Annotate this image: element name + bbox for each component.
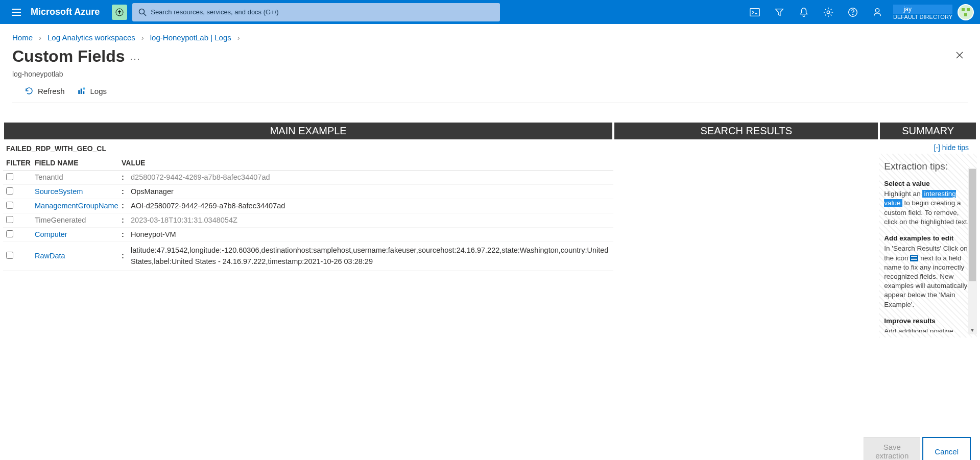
settings-icon[interactable] xyxy=(823,7,834,18)
svg-rect-9 xyxy=(962,8,965,11)
table-row: Computer : Honeypot-VM xyxy=(3,228,613,242)
svg-point-5 xyxy=(827,11,830,14)
scroll-down-arrow[interactable]: ▼ xyxy=(968,325,977,334)
svg-rect-14 xyxy=(78,90,80,94)
search-input[interactable]: Search resources, services, and docs (G+… xyxy=(132,3,500,21)
column-headers: FILTER FIELD NAME VALUE xyxy=(3,154,613,171)
table-row: TenantId : d2580072-9442-4269-a7b8-8afec… xyxy=(3,171,613,185)
svg-point-17 xyxy=(83,87,85,90)
list-icon xyxy=(910,255,918,261)
filter-checkbox[interactable] xyxy=(6,173,13,180)
svg-rect-3 xyxy=(750,8,759,16)
refresh-label: Refresh xyxy=(38,87,65,95)
filter-checkbox[interactable] xyxy=(6,252,13,259)
field-name[interactable]: Computer xyxy=(35,230,122,238)
hamburger-icon xyxy=(12,9,21,16)
field-value[interactable]: 2023-03-18T10:31:31.0348054Z xyxy=(131,216,613,224)
svg-rect-15 xyxy=(80,89,82,94)
crumb-home[interactable]: Home xyxy=(12,33,33,42)
field-value[interactable]: OpsManager xyxy=(131,187,613,196)
svg-rect-16 xyxy=(83,91,84,94)
field-name[interactable]: ManagementGroupName xyxy=(35,202,122,210)
field-value[interactable]: latitude:47.91542,longitude:-120.60306,d… xyxy=(131,245,613,268)
svg-rect-10 xyxy=(967,8,970,11)
field-value[interactable]: d2580072-9442-4269-a7b8-8afec34407ad xyxy=(131,173,613,181)
filter-checkbox[interactable] xyxy=(6,216,13,223)
page-subtitle: log-honeypotlab xyxy=(0,70,980,83)
avatar-icon xyxy=(958,4,974,20)
svg-line-2 xyxy=(144,13,147,16)
help-icon[interactable] xyxy=(847,7,858,18)
user-menu[interactable]: jay DEFAULT DIRECTORY xyxy=(893,4,974,20)
search-icon xyxy=(138,8,147,16)
chevron-right-icon: › xyxy=(141,33,144,42)
field-name[interactable]: RawData xyxy=(35,252,122,260)
svg-point-8 xyxy=(875,8,879,12)
table-row: TimeGenerated : 2023-03-18T10:31:31.0348… xyxy=(3,213,613,228)
table-name: FAILED_RDP_WITH_GEO_CL xyxy=(3,139,613,154)
field-value[interactable]: AOI-d2580072-9442-4269-a7b8-8afec34407ad xyxy=(131,202,613,210)
menu-button[interactable] xyxy=(6,9,27,16)
field-name[interactable]: SourceSystem xyxy=(35,187,122,196)
filter-checkbox[interactable] xyxy=(6,202,13,209)
logs-label: Logs xyxy=(90,87,107,95)
field-name: TimeGenerated xyxy=(35,216,122,224)
panel-search-results: SEARCH RESULTS xyxy=(614,123,878,139)
col-filter: FILTER xyxy=(6,159,35,167)
svg-rect-11 xyxy=(964,13,967,16)
crumb-workspaces[interactable]: Log Analytics workspaces xyxy=(47,33,135,42)
hide-tips-button[interactable]: [-] hide tips xyxy=(879,139,977,152)
chevron-right-icon: › xyxy=(39,33,41,42)
cloud-shell-icon[interactable] xyxy=(749,7,760,18)
field-name: TenantId xyxy=(35,173,122,181)
breadcrumb: Home › Log Analytics workspaces › log-Ho… xyxy=(0,24,980,45)
filter-icon[interactable] xyxy=(774,7,785,18)
save-extraction-button: Save extraction xyxy=(864,437,920,460)
feedback-icon[interactable] xyxy=(872,7,883,18)
table-row: ManagementGroupName : AOI-d2580072-9442-… xyxy=(3,199,613,213)
tip-add-examples: Add examples to edit In 'Search Results'… xyxy=(884,234,972,309)
filter-checkbox[interactable] xyxy=(6,230,13,237)
table-row: SourceSystem : OpsManager xyxy=(3,185,613,199)
field-value[interactable]: Honeypot-VM xyxy=(131,230,613,238)
svg-point-1 xyxy=(139,9,145,14)
notifications-icon[interactable] xyxy=(798,7,809,18)
tip-improve-results: Improve results Add additional positive … xyxy=(884,317,972,332)
cancel-button[interactable]: Cancel xyxy=(922,437,971,460)
user-directory: DEFAULT DIRECTORY xyxy=(893,14,952,20)
more-actions-button[interactable]: ··· xyxy=(130,54,140,64)
col-value: VALUE xyxy=(122,159,613,167)
upgrade-icon[interactable] xyxy=(112,5,127,20)
search-placeholder: Search resources, services, and docs (G+… xyxy=(151,8,278,16)
logs-button[interactable]: Logs xyxy=(77,86,107,95)
user-name: jay xyxy=(893,5,952,14)
refresh-icon xyxy=(25,86,34,95)
close-icon xyxy=(955,51,964,59)
scrollbar[interactable]: ▼ xyxy=(968,168,977,334)
filter-checkbox[interactable] xyxy=(6,187,13,195)
brand-logo[interactable]: Microsoft Azure xyxy=(31,7,100,17)
crumb-logs[interactable]: log-HoneypotLab | Logs xyxy=(150,33,231,42)
logs-icon xyxy=(77,86,86,95)
table-row: RawData : latitude:47.91542,longitude:-1… xyxy=(3,242,613,271)
close-button[interactable] xyxy=(951,47,968,66)
svg-point-7 xyxy=(852,14,853,14)
tips-heading: Extraction tips: xyxy=(884,159,972,179)
col-field-name: FIELD NAME xyxy=(35,159,122,167)
scrollbar-thumb[interactable] xyxy=(969,169,976,281)
page-title: Custom Fields xyxy=(12,47,125,66)
chevron-right-icon: › xyxy=(237,33,240,42)
panel-summary: SUMMARY xyxy=(880,123,976,139)
tip-select-value: Select a value Highlight an interesting … xyxy=(884,179,972,227)
refresh-button[interactable]: Refresh xyxy=(25,86,65,95)
panel-main-example: MAIN EXAMPLE xyxy=(4,123,612,139)
